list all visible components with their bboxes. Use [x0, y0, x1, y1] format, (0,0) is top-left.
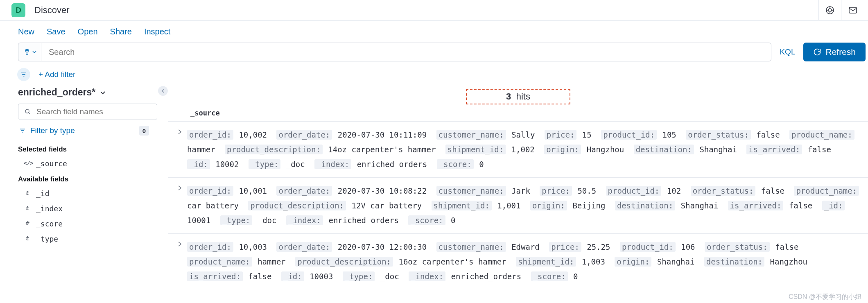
table-row: order_id: 10,003 order_date: 2020-07-30 …: [168, 233, 868, 289]
filter-row: + Add filter: [0, 61, 868, 85]
nav-rail-item[interactable]: [2, 168, 9, 175]
field-type-icon: #: [24, 220, 31, 227]
results-panel: 3 hits _source order_id: 10,002 order_da…: [168, 85, 868, 303]
field-item-_id[interactable]: t_id: [18, 186, 161, 201]
table-row: order_id: 10,001 order_date: 2020-07-30 …: [168, 177, 868, 233]
search-row: KQL Refresh: [0, 43, 868, 61]
hits-row: 3 hits: [168, 85, 868, 108]
doc-source: order_id: 10,003 order_date: 2020-07-30 …: [187, 240, 861, 284]
refresh-button[interactable]: Refresh: [803, 43, 866, 61]
field-type-icon: t: [24, 235, 31, 242]
field-type-icon: t: [24, 190, 31, 197]
table-row: order_id: 10,002 order_date: 2020-07-30 …: [168, 121, 868, 177]
collapse-sidebar-icon[interactable]: [158, 86, 168, 96]
field-type-icon: t: [24, 205, 31, 212]
field-search[interactable]: [18, 104, 157, 120]
nav-rail-item[interactable]: [2, 89, 9, 97]
index-pattern-select[interactable]: enriched_orders*: [18, 85, 161, 104]
available-fields-header: Available fields: [18, 171, 161, 186]
add-filter-button[interactable]: + Add filter: [38, 70, 75, 79]
filter-toggle-icon[interactable]: [17, 68, 30, 81]
field-item-_index[interactable]: t_index: [18, 201, 161, 216]
field-search-input[interactable]: [36, 107, 151, 116]
column-header-source[interactable]: _source: [168, 108, 868, 121]
app-badge[interactable]: D: [11, 3, 25, 17]
selected-fields-header: Selected fields: [18, 141, 161, 156]
svg-point-1: [828, 9, 832, 12]
expand-doc-icon[interactable]: [172, 240, 187, 284]
svg-point-11: [25, 109, 29, 113]
query-options-button[interactable]: [18, 43, 41, 61]
filter-by-type[interactable]: Filter by type: [19, 126, 75, 135]
field-type-icon: </>: [24, 161, 31, 167]
index-pattern-label: enriched_orders*: [18, 87, 95, 98]
chrome-header: D Discover: [0, 0, 868, 20]
toolbar-open[interactable]: Open: [78, 27, 98, 36]
filter-icon: [19, 127, 26, 134]
svg-rect-6: [849, 7, 857, 13]
field-item-_score[interactable]: #_score: [18, 216, 161, 231]
field-name: _type: [36, 235, 58, 243]
nav-rail-item[interactable]: [2, 115, 9, 123]
field-name: _source: [36, 159, 67, 168]
chevron-down-icon: [99, 89, 106, 96]
toolbar-save[interactable]: Save: [47, 27, 66, 36]
app-title: Discover: [34, 5, 70, 16]
main: enriched_orders* Filter by type 0 Select…: [0, 85, 868, 303]
svg-line-12: [29, 113, 30, 114]
help-icon[interactable]: [818, 0, 841, 20]
nav-rail-item[interactable]: [2, 194, 9, 201]
field-item-_type[interactable]: t_type: [18, 231, 161, 246]
toolbar-inspect[interactable]: Inspect: [144, 27, 170, 36]
filter-by-type-count: 0: [139, 126, 149, 136]
toolbar-new[interactable]: New: [18, 27, 34, 36]
expand-doc-icon[interactable]: [172, 127, 187, 172]
hits-label: hits: [516, 91, 530, 102]
toolbar-share[interactable]: Share: [110, 27, 132, 36]
expand-doc-icon[interactable]: [172, 183, 187, 228]
doc-list: order_id: 10,002 order_date: 2020-07-30 …: [168, 121, 868, 289]
search-icon: [24, 108, 32, 115]
filter-by-type-label: Filter by type: [30, 126, 75, 135]
hits-highlight: 3 hits: [466, 89, 570, 104]
toolbar: New Save Open Share Inspect: [0, 20, 868, 43]
field-name: _id: [36, 189, 50, 198]
newsfeed-icon[interactable]: [841, 0, 864, 20]
field-name: _score: [36, 219, 63, 228]
doc-source: order_id: 10,002 order_date: 2020-07-30 …: [187, 127, 861, 172]
field-name: _index: [36, 204, 63, 213]
query-language-switch[interactable]: KQL: [771, 47, 803, 57]
search-input[interactable]: [41, 43, 771, 61]
field-item-_source[interactable]: </>_source: [18, 156, 161, 171]
refresh-button-label: Refresh: [825, 47, 856, 57]
nav-rail-item[interactable]: [2, 142, 9, 149]
hits-count: 3: [506, 91, 511, 102]
nav-rail: [0, 85, 11, 303]
nav-rail-item[interactable]: [2, 246, 9, 254]
nav-rail-item[interactable]: [2, 220, 9, 228]
doc-source: order_id: 10,001 order_date: 2020-07-30 …: [187, 183, 861, 228]
field-sidebar: enriched_orders* Filter by type 0 Select…: [11, 85, 168, 303]
